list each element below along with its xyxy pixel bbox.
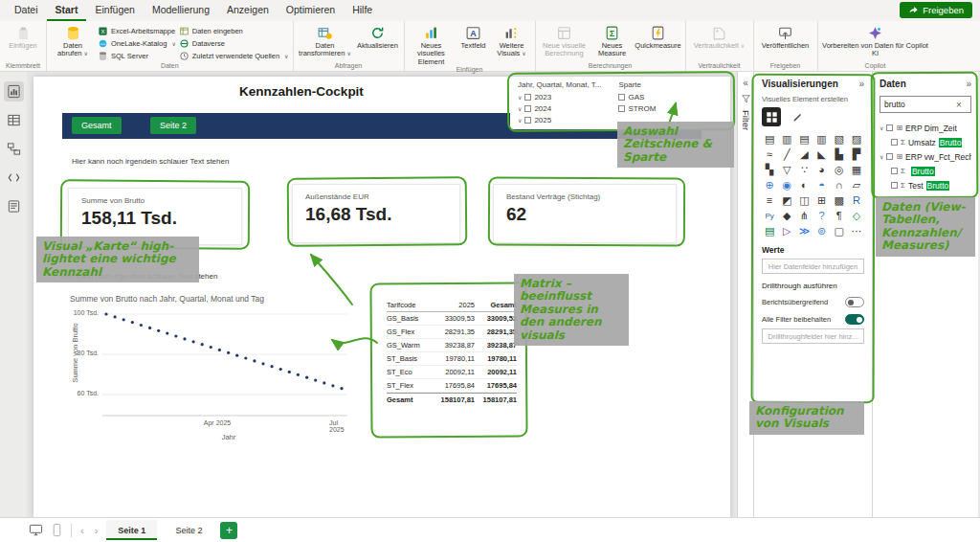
slicer-item-2025[interactable]: ∨ 2025	[518, 114, 601, 125]
treemap-icon[interactable]: ▦	[849, 162, 864, 177]
chevron-down-icon[interactable]: ∨	[880, 124, 883, 131]
cross-report-toggle[interactable]	[845, 297, 864, 307]
matrix-row[interactable]: ST_Basis 19780,11 19780,11	[387, 352, 517, 366]
table-node-erp-vw-fct-rechnung[interactable]: ∨ ⊞ ERP vw_Fct_Rechnung	[880, 149, 971, 164]
gauge-icon[interactable]: ∩	[832, 177, 847, 192]
desktop-layout-icon[interactable]	[29, 523, 43, 537]
checkbox[interactable]	[524, 105, 531, 112]
filled-map-icon[interactable]: ◉	[779, 177, 794, 192]
card-visual-aussenstaende[interactable]: Außenstände EUR 16,68 Tsd.	[292, 184, 460, 243]
menu-tab-modellierung[interactable]: Modellierung	[144, 0, 218, 21]
menu-tab-einfuegen[interactable]: Einfügen	[86, 0, 143, 21]
waterfall-chart-icon[interactable]: ▚	[762, 162, 777, 177]
model-view-button[interactable]	[4, 139, 24, 159]
line-chart-icon[interactable]: ╱	[779, 147, 794, 162]
kpi-icon[interactable]: ◩	[779, 192, 794, 208]
menu-tab-anzeigen[interactable]: Anzeigen	[218, 0, 278, 21]
matrix-col-header[interactable]: 2025	[436, 301, 475, 309]
dataverse-button[interactable]: Dataverse	[179, 37, 289, 49]
visual-calculation-button[interactable]: Neue visuelle Berechnung	[540, 23, 590, 58]
slicer-item-strom[interactable]: STROM	[618, 102, 656, 114]
card-visual-bestand[interactable]: Bestand Verträge (Stichtag) 62	[493, 184, 677, 243]
multi-row-card-icon[interactable]: ≡	[762, 192, 777, 208]
slicer-item-gas[interactable]: GAS	[618, 91, 656, 102]
expand-pane-icon[interactable]: «	[743, 78, 748, 88]
enter-data-button[interactable]: Daten eingeben	[179, 25, 289, 36]
more-visuals-icon[interactable]: ⋯	[849, 223, 864, 238]
pie-chart-icon[interactable]: ◕	[813, 162, 829, 177]
matrix-total-row[interactable]: Gesamt 158107,81 158107,81	[387, 393, 517, 406]
slicer-icon[interactable]: ◫	[796, 192, 812, 208]
power-automate-icon[interactable]: ≫	[796, 223, 812, 238]
azure-map-icon[interactable]: ◓	[813, 177, 829, 192]
collapse-pane-icon[interactable]: »	[858, 79, 864, 89]
power-apps-icon[interactable]: ▷	[779, 223, 794, 238]
area-chart-icon[interactable]: ◢	[796, 147, 812, 162]
matrix-row[interactable]: GS_Basis 33009,53 33009,53	[387, 312, 517, 326]
line-and-stacked-column-chart-icon[interactable]: ▙	[832, 147, 847, 162]
chevron-down-icon[interactable]: ∨	[518, 117, 522, 124]
checkbox[interactable]	[886, 124, 893, 131]
textbox-button[interactable]: A Textfeld	[457, 23, 490, 50]
line-chart-visual[interactable]: Summe von Brutto nach Jahr, Quartal, Mon…	[66, 291, 355, 462]
new-visual-button[interactable]: Neues visuelles Element	[409, 23, 455, 66]
shape-map-icon[interactable]: ◐	[796, 177, 812, 192]
donut-chart-icon[interactable]: ◎	[832, 162, 847, 177]
excel-workbook-button[interactable]: X Excel-Arbeitsmappe	[98, 25, 176, 36]
checkbox[interactable]	[524, 94, 531, 101]
100-stacked-bar-chart-icon[interactable]: ▧	[832, 131, 847, 147]
next-page-arrow[interactable]: ›	[93, 525, 100, 536]
card-icon[interactable]: ▱	[849, 177, 864, 192]
menu-tab-start[interactable]: Start	[47, 0, 87, 21]
matrix-row[interactable]: GS_Warm 39238,87 39238,87	[387, 339, 517, 352]
data-search-box[interactable]: ×	[880, 96, 971, 113]
matrix-row[interactable]: ST_Flex 17695,84 17695,84	[387, 379, 517, 393]
python-visual-icon[interactable]: Py	[762, 208, 777, 223]
matrix-col-header[interactable]: Tarifcode	[387, 301, 436, 309]
paste-button[interactable]: Einfügen	[4, 23, 42, 50]
get-data-button[interactable]: Daten abrufen∨	[51, 23, 95, 58]
checkbox[interactable]	[618, 105, 625, 112]
smart-narrative-icon[interactable]: ¶	[832, 208, 847, 223]
report-view-button[interactable]	[4, 81, 24, 102]
page-tab-seite-1[interactable]: Seite 1	[106, 520, 157, 540]
clustered-bar-chart-icon[interactable]: ▤	[796, 131, 812, 147]
publish-button[interactable]: Veröffentlichen	[758, 23, 813, 50]
chevron-down-icon[interactable]: ∨	[880, 153, 883, 160]
nav-button-gesamt[interactable]: Gesamt	[72, 117, 122, 134]
quick-measure-button[interactable]: Quickmeasure	[635, 23, 681, 50]
collapse-pane-icon[interactable]: »	[966, 79, 971, 89]
key-influencers-icon[interactable]: ◆	[779, 208, 794, 223]
stacked-column-chart-icon[interactable]: ▥	[779, 131, 794, 147]
arcgis-map-icon[interactable]: ⊚	[813, 223, 829, 238]
checkbox[interactable]	[618, 94, 625, 101]
field-node-test-brutto[interactable]: Σ Test Brutto	[880, 178, 971, 192]
mobile-layout-icon[interactable]	[50, 523, 64, 537]
checkbox[interactable]	[524, 117, 531, 124]
nav-button-seite2[interactable]: Seite 2	[150, 117, 196, 134]
values-field-well[interactable]: Hier Datenfelder hinzufügen	[762, 259, 864, 274]
paginated-report-icon[interactable]: ▤	[762, 223, 777, 238]
drillthrough-field-well[interactable]: Drillthroughfelder hier hinz...	[762, 328, 864, 344]
matrix-visual[interactable]: Tarifcode 2025 Gesamt GS_Basis 33009,53 …	[384, 297, 520, 408]
button-slicer-icon[interactable]: ▢	[832, 223, 847, 238]
field-node-umsatz-brutto[interactable]: Σ Umsatz Brutto	[880, 135, 971, 149]
recent-sources-button[interactable]: Zuletzt verwendete Quellen∨	[179, 50, 289, 61]
matrix-icon[interactable]: ▩	[832, 192, 847, 208]
menu-tab-datei[interactable]: Datei	[6, 0, 47, 21]
menu-tab-hilfe[interactable]: Hilfe	[344, 0, 381, 21]
matrix-col-header[interactable]: Gesamt	[475, 301, 517, 309]
stacked-bar-chart-icon[interactable]: ▤	[762, 131, 777, 147]
funnel-chart-icon[interactable]: ▽	[779, 162, 794, 177]
table-view-button[interactable]	[4, 110, 24, 130]
filter-pane-label[interactable]: Filter	[741, 110, 751, 130]
build-visual-tab[interactable]	[762, 107, 781, 126]
table-node-erp-dim-zeit[interactable]: ∨ ⊞ ERP Dim_Zeit	[880, 121, 971, 135]
tmdl-view-button[interactable]	[4, 196, 24, 216]
format-visual-tab[interactable]	[788, 107, 807, 126]
slicer-item-2024[interactable]: ∨ 2024	[518, 102, 601, 114]
dax-query-view-button[interactable]	[4, 168, 24, 188]
metrics-icon[interactable]: ◇	[849, 208, 864, 223]
sql-server-button[interactable]: SQL Server	[98, 50, 176, 61]
map-icon[interactable]: ⊕	[762, 177, 777, 192]
